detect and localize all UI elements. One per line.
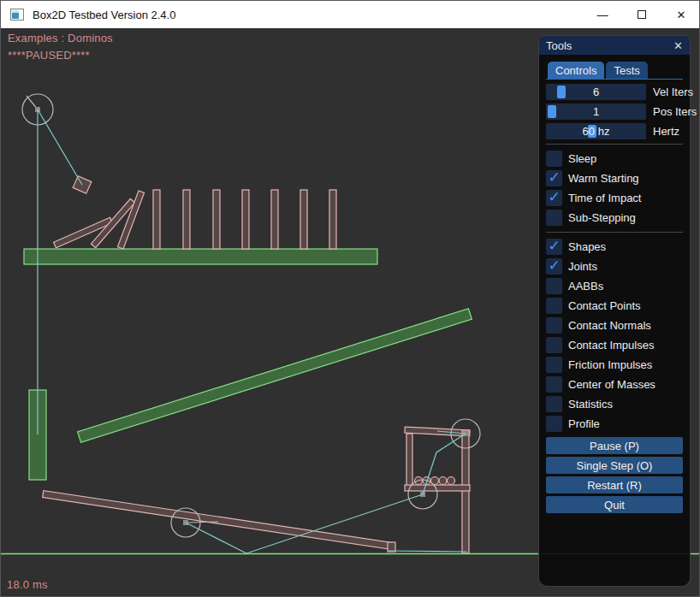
minimize-icon: — [597,9,608,21]
close-button[interactable]: ✕ [661,1,700,28]
app-icon [10,9,24,21]
pause-button[interactable]: Pause (P) [546,437,683,454]
maximize-icon [638,10,646,19]
vel-iters-label: Vel Iters [653,86,693,98]
tools-panel-title: Tools [546,39,572,52]
seesaw-plank[interactable] [43,491,393,550]
tools-close-icon[interactable]: ✕ [673,40,683,51]
paused-label: ****PAUSED**** [8,49,90,62]
checkbox-center-of-masses[interactable]: ✓ Center of Masses [546,375,683,394]
check-icon: ✓ [548,170,560,185]
small-box[interactable] [388,542,395,552]
check-icon: ✓ [548,239,560,253]
domino-upright[interactable] [242,190,249,249]
checkbox-friction-impulses[interactable]: ✓ Friction Impulses [546,355,683,375]
vel-iters-value: 6 [546,84,646,100]
frame-structure[interactable] [405,427,470,553]
checkbox-time-of-impact[interactable]: ✓ Time of Impact [546,188,683,208]
separator [546,232,683,233]
window-title: Box2D Testbed Version 2.4.0 [33,9,175,21]
checkbox-contact-normals[interactable]: ✓ Contact Normals [546,316,683,335]
single-step-button[interactable]: Single Step (O) [546,457,683,474]
pos-iters-value: 1 [546,103,646,120]
hertz-label: Hertz [653,125,679,138]
checkbox-contact-impulses[interactable]: ✓ Contact Impulses [546,335,683,355]
maximize-button[interactable] [622,1,661,28]
checkbox-sub-stepping[interactable]: ✓ Sub-Stepping [546,208,683,228]
frame-time-label: 18.0 ms [7,578,48,591]
pos-iters-label: Pos Iters [653,105,697,118]
hertz-slider[interactable]: 60 hz [546,123,646,139]
window-titlebar[interactable]: Box2D Testbed Version 2.4.0 — ✕ [1,1,700,28]
domino-upright[interactable] [300,190,307,249]
tools-tabbar: Controls Tests [548,62,683,79]
checkbox-contact-points[interactable]: ✓ Contact Points [546,296,683,316]
checkbox-aabbs[interactable]: ✓ AABBs [546,276,683,296]
tools-panel-titlebar[interactable]: Tools ✕ [539,36,690,55]
check-icon: ✓ [548,258,560,273]
checkbox-warm-starting[interactable]: ✓ Warm Starting [546,168,683,188]
tab-tests[interactable]: Tests [606,62,647,79]
checkbox-shapes[interactable]: ✓ Shapes [546,237,683,257]
domino-upright[interactable] [183,190,190,249]
tabbar-underline [546,79,683,80]
tools-panel: Tools ✕ Controls Tests 6 Vel Iters 1 [538,35,691,587]
vel-iters-slider[interactable]: 6 [546,84,646,100]
tab-controls-label: Controls [555,64,596,77]
domino-upright[interactable] [213,190,220,249]
shelf-balls[interactable] [415,477,455,485]
platform-static [24,249,377,264]
domino-upright[interactable] [153,190,160,249]
checkbox-profile[interactable]: ✓ Profile [546,414,683,434]
checkbox-sleep[interactable]: ✓ Sleep [546,149,683,168]
quit-button[interactable]: Quit [546,496,683,513]
close-icon: ✕ [677,9,686,21]
checkbox-statistics[interactable]: ✓ Statistics [546,394,683,414]
checkbox-joints[interactable]: ✓ Joints [546,257,683,276]
tab-controls[interactable]: Controls [548,62,604,79]
separator [546,144,683,145]
example-label: Examples : Dominos [8,32,113,44]
diagonal-plank-static [78,309,472,442]
restart-button[interactable]: Restart (R) [546,476,683,494]
domino-upright[interactable] [329,190,336,249]
hertz-value: 60 hz [546,123,646,139]
check-icon: ✓ [548,190,560,204]
domino-upright[interactable] [271,190,278,249]
app-window: { "window": { "title": "Box2D Testbed Ve… [0,0,700,597]
tab-tests-label: Tests [614,64,639,77]
pos-iters-slider[interactable]: 1 [546,103,646,120]
minimize-button[interactable]: — [583,1,622,28]
